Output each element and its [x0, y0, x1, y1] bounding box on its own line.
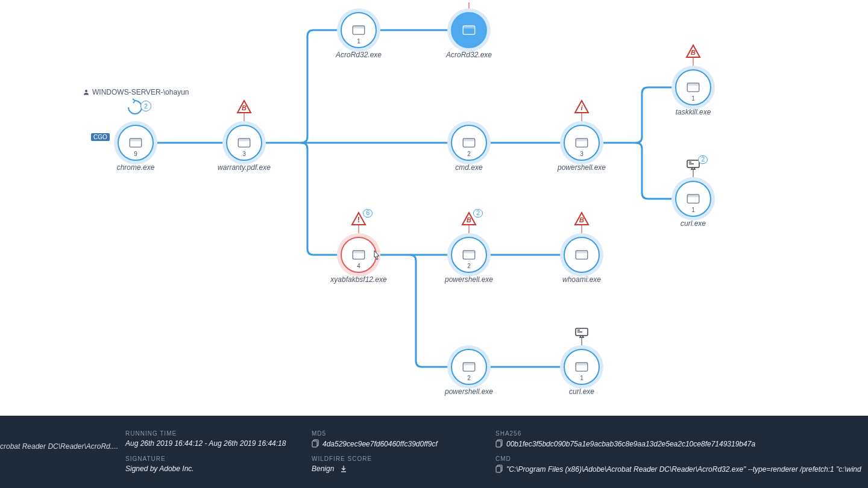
node-label: taskkill.exe: [657, 108, 729, 116]
node-count: 1: [676, 95, 710, 102]
process-tree-canvas[interactable]: WINDOWS-SERVER-\ohayun 9 2 CGO chrome.ex…: [0, 0, 868, 416]
svg-rect-17: [687, 83, 699, 86]
svg-rect-26: [463, 251, 475, 253]
signature-label: SIGNATURE: [125, 455, 194, 462]
node-whoami-exe[interactable]: B whoami.exe: [546, 238, 618, 284]
copy-icon[interactable]: [495, 439, 503, 449]
node-label: powershell.exe: [546, 163, 618, 172]
node-count: 2: [452, 375, 486, 381]
node-count: 9: [119, 151, 153, 157]
node-cmd-exe[interactable]: 2 cmd.exe: [433, 126, 505, 172]
svg-text:B: B: [467, 216, 471, 224]
node-chrome-exe[interactable]: 9 2 CGO chrome.exe: [99, 126, 172, 172]
node-label: chrome.exe: [99, 163, 172, 172]
alert-badge-i: i: [574, 99, 590, 114]
node-xyabfakbsf12-exe[interactable]: ! 6 4 xyabfakbsf12.exe: [322, 238, 395, 284]
details-panel: crobat Reader DC\Reader\AcroRd.... RUNNI…: [0, 416, 868, 488]
node-powershell-2[interactable]: B 2 2 powershell.exe: [433, 238, 505, 284]
alert-badge-b: B 2: [461, 211, 477, 226]
node-label: AcroRd32.exe: [433, 51, 505, 59]
user-label: WINDOWS-SERVER-\ohayun: [83, 88, 189, 96]
node-powershell-1[interactable]: i 3 powershell.exe: [546, 126, 618, 172]
md5-label: MD5: [312, 430, 438, 437]
cgo-tag: CGO: [91, 133, 110, 141]
node-label: curl.exe: [546, 387, 618, 396]
svg-rect-2: [130, 139, 142, 141]
svg-rect-14: [576, 139, 588, 141]
cmd-value[interactable]: "C:\Program Files (x86)\Adobe\Acrobat Re…: [495, 465, 868, 475]
node-count: 2: [452, 151, 486, 157]
svg-text:!: !: [357, 215, 360, 224]
alert-badge-b: B: [685, 44, 701, 58]
svg-rect-38: [496, 441, 501, 447]
svg-text:i: i: [580, 104, 583, 111]
alert-badge-b: B: [574, 211, 590, 226]
sha256-value[interactable]: 00b1fec3f5bdc090b75a1e9acbab36c8e9aa13d2…: [495, 439, 755, 449]
svg-rect-5: [238, 139, 250, 141]
loop-count-badge: 2: [140, 101, 151, 111]
svg-rect-11: [463, 139, 475, 141]
node-label: xyabfakbsf12.exe: [322, 275, 395, 284]
svg-rect-40: [496, 466, 501, 472]
sha256-label: SHA256: [495, 430, 755, 437]
node-label: powershell.exe: [433, 275, 505, 284]
svg-rect-9: [463, 26, 475, 28]
svg-point-0: [85, 90, 87, 92]
svg-rect-23: [353, 251, 365, 253]
node-count: 2: [452, 263, 486, 269]
node-count: 1: [676, 207, 710, 213]
path-truncated: crobat Reader DC\Reader\AcroRd....: [0, 442, 118, 451]
alert-badge-b: B: [236, 99, 252, 114]
node-count: 1: [565, 375, 599, 381]
running-time-label: RUNNING TIME: [125, 430, 286, 437]
node-label: cmd.exe: [433, 163, 505, 172]
svg-text:B: B: [579, 216, 584, 224]
node-count: 3: [227, 151, 261, 157]
node-count: 4: [342, 263, 376, 269]
svg-rect-36: [312, 441, 317, 447]
node-taskkill-exe[interactable]: B 1 taskkill.exe: [657, 70, 729, 116]
svg-text:B: B: [242, 104, 247, 111]
node-warranty-pdf-exe[interactable]: B 3 warranty.pdf.exe: [208, 126, 280, 172]
node-curl-2[interactable]: 1 curl.exe: [546, 350, 618, 396]
node-count: 3: [565, 151, 599, 157]
wildfire-label: WILDFIRE SCORE: [312, 455, 372, 462]
node-label: curl.exe: [657, 219, 729, 228]
node-acrord32-selected[interactable]: AcroRd32.exe: [433, 13, 505, 59]
node-label: whoami.exe: [546, 275, 618, 284]
svg-rect-29: [576, 251, 588, 253]
node-curl-1[interactable]: 2 1 curl.exe: [657, 182, 729, 228]
svg-text:B: B: [691, 49, 696, 56]
network-icon: [574, 327, 589, 338]
alert-badge-critical: ! 6: [351, 211, 366, 226]
node-acrord32-parent[interactable]: 1 AcroRd32.exe: [322, 13, 395, 59]
node-count: 1: [342, 38, 376, 45]
svg-rect-31: [463, 363, 475, 365]
svg-rect-34: [576, 363, 588, 365]
download-icon[interactable]: [340, 465, 347, 474]
svg-rect-7: [353, 26, 365, 28]
copy-icon[interactable]: [312, 439, 319, 449]
signature-value: Signed by Adobe Inc.: [125, 465, 194, 473]
node-label: powershell.exe: [433, 387, 505, 396]
network-icon: 2: [686, 159, 700, 170]
svg-rect-20: [687, 195, 699, 197]
node-powershell-3[interactable]: 2 powershell.exe: [433, 350, 505, 396]
running-time-value: Aug 26th 2019 16:44:12 - Aug 26th 2019 1…: [125, 439, 286, 448]
copy-icon[interactable]: [495, 465, 503, 475]
md5-value[interactable]: 4da529cec9ee7fd60460ffc39d0ff9cf: [312, 439, 438, 449]
wildfire-value[interactable]: Benign: [312, 465, 372, 474]
node-label: warranty.pdf.exe: [208, 163, 280, 172]
node-label: AcroRd32.exe: [322, 51, 395, 59]
cmd-label: CMD: [495, 455, 868, 462]
